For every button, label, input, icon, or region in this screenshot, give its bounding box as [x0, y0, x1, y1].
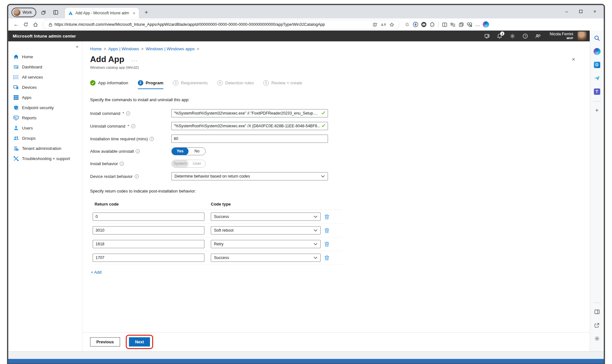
account-info[interactable]: Nicola Ferrini MVP [550, 32, 573, 40]
return-code-input[interactable]: 3010 [93, 226, 204, 234]
sidebar-paper-plane-icon[interactable] [593, 74, 601, 83]
collections-icon[interactable] [457, 20, 465, 29]
window-bottom-strip [8, 351, 604, 359]
sidebar-add-icon[interactable]: + [593, 106, 601, 115]
allow-uninstall-toggle[interactable]: Yes No [171, 147, 206, 155]
delete-row-icon[interactable] [324, 228, 329, 233]
more-options-icon[interactable]: ··· [131, 58, 138, 63]
sidebar-search-icon[interactable] [593, 34, 601, 43]
breadcrumb-apps-windows[interactable]: Apps | Windows [108, 46, 139, 51]
step-requirements[interactable]: 3 Requirements [173, 80, 208, 89]
password-lock-extension-icon[interactable] [411, 20, 420, 29]
return-code-input[interactable]: 1618 [93, 240, 204, 248]
sidebar-item-devices[interactable]: Devices [8, 82, 82, 92]
code-type-dropdown[interactable]: Success [211, 213, 321, 221]
code-type-dropdown[interactable]: Retry [211, 240, 321, 248]
home-icon[interactable] [31, 20, 40, 29]
address-bar: ← https://intune.microsoft.com/#view/Mic… [8, 18, 604, 31]
back-icon[interactable]: ← [11, 20, 21, 29]
sidebar-item-users[interactable]: Users [8, 123, 82, 133]
read-aloud-icon[interactable]: A [379, 20, 388, 29]
feedback-icon[interactable] [532, 32, 543, 40]
sidebar-panel-icon[interactable] [593, 307, 601, 316]
previous-button[interactable]: Previous [90, 337, 120, 346]
maximize-button[interactable] [574, 6, 588, 17]
split-window-icon[interactable] [440, 20, 449, 29]
info-icon[interactable]: i [126, 111, 130, 116]
sidebar-teams-icon[interactable]: T [593, 87, 601, 96]
sidebar-collapse-icon[interactable]: « [8, 43, 82, 52]
close-window-button[interactable]: × [588, 6, 602, 17]
toggle-option-no[interactable]: No [189, 147, 205, 155]
sidebar-item-all-services[interactable]: All services [8, 72, 82, 82]
favorites-bar-icon[interactable] [449, 20, 457, 29]
tab-title: Add App - Microsoft Intune adm [75, 11, 129, 15]
lock-icon[interactable] [46, 20, 54, 29]
return-code-input[interactable]: 1707 [93, 254, 204, 262]
cloud-pc-filter-icon[interactable] [481, 32, 492, 40]
user-avatar[interactable] [578, 32, 587, 40]
toggle-option-yes[interactable]: Yes [172, 147, 189, 155]
blade-close-icon[interactable]: × [572, 57, 575, 62]
sidebar-item-groups[interactable]: Groups [8, 133, 82, 143]
info-icon[interactable]: i [131, 124, 135, 128]
refresh-icon[interactable] [21, 20, 31, 29]
tab-close-icon[interactable]: × [132, 11, 136, 16]
browser-tab-active[interactable]: Add App - Microsoft Intune adm × [65, 8, 139, 18]
mail-extension-icon[interactable] [420, 20, 428, 29]
breadcrumb-windows-apps[interactable]: Windows | Windows apps [146, 46, 195, 51]
step-review-create[interactable]: 5 Review + create [263, 80, 302, 89]
extensions-puzzle-icon[interactable] [428, 20, 436, 29]
sidebar-item-label: Endpoint security [22, 105, 54, 110]
sidebar-copilot-icon[interactable] [593, 47, 601, 56]
sidebar-item-home[interactable]: Home [8, 52, 82, 62]
install-time-input[interactable]: 60 [171, 135, 328, 143]
delete-row-icon[interactable] [324, 242, 329, 247]
google-extension-icon[interactable]: G [403, 20, 411, 29]
settings-gear-icon[interactable] [507, 32, 518, 40]
sidebar-settings-gear-icon[interactable] [593, 334, 601, 343]
add-return-code-link[interactable]: + Add [91, 270, 102, 275]
sidebar-item-tenant-administration[interactable]: Tenant administration [8, 143, 82, 153]
sidebar-outlook-icon[interactable]: O [593, 60, 601, 69]
step-detection-rules[interactable]: 4 Detection rules [217, 80, 254, 89]
intune-favicon [68, 11, 73, 16]
info-icon[interactable]: i [150, 137, 154, 141]
favorite-star-icon[interactable] [388, 20, 396, 29]
browser-profile-button[interactable]: Work [11, 8, 36, 17]
code-type-dropdown[interactable]: Soft reboot [211, 226, 321, 234]
uninstall-command-value: "%SystemRoot%\System32\msiexec.exe" /X {… [174, 124, 320, 128]
workspaces-icon[interactable] [39, 8, 48, 17]
split-screen-new-icon[interactable] [371, 20, 379, 29]
vertical-tabs-icon[interactable] [51, 8, 60, 17]
url-field[interactable]: https://intune.microsoft.com/#view/Micro… [43, 20, 399, 29]
delete-row-icon[interactable] [324, 214, 329, 220]
minimize-button[interactable]: – [560, 6, 574, 17]
breadcrumb-home[interactable]: Home [90, 46, 102, 51]
sidebar-item-reports[interactable]: Reports [8, 113, 82, 123]
commands-section-text: Specify the commands to install and unin… [90, 97, 577, 102]
settings-more-icon[interactable]: … [473, 20, 482, 29]
sidebar-item-dashboard[interactable]: Dashboard [8, 62, 82, 72]
info-icon[interactable]: i [135, 174, 139, 178]
next-button[interactable]: Next [129, 337, 150, 346]
info-icon[interactable]: i [120, 162, 124, 166]
notifications-bell-icon[interactable]: 2 [494, 32, 505, 40]
step-program[interactable]: 2 Program [138, 80, 164, 89]
help-icon[interactable]: ? [520, 32, 530, 40]
info-icon[interactable]: i [136, 149, 140, 153]
browser-essentials-icon[interactable] [465, 20, 473, 29]
uninstall-command-input[interactable]: "%SystemRoot%\System32\msiexec.exe" /X {… [171, 122, 328, 130]
sidebar-item-apps[interactable]: Apps [8, 92, 82, 102]
install-command-input[interactable]: "%SystemRoot%\System32\msiexec.exe" /i "… [171, 109, 328, 117]
sidebar-item-troubleshooting[interactable]: Troubleshooting + support [8, 153, 82, 164]
code-type-dropdown[interactable]: Success [211, 254, 321, 262]
sidebar-item-endpoint-security[interactable]: Endpoint security [8, 102, 82, 113]
return-code-input[interactable]: 0 [93, 213, 204, 221]
open-external-icon[interactable] [593, 321, 601, 330]
step-app-information[interactable]: App information [90, 80, 128, 89]
restart-behavior-dropdown[interactable]: Determine behavior based on return codes [171, 172, 328, 180]
copilot-icon[interactable] [482, 20, 490, 29]
new-tab-button[interactable]: + [142, 9, 151, 16]
delete-row-icon[interactable] [324, 255, 329, 261]
